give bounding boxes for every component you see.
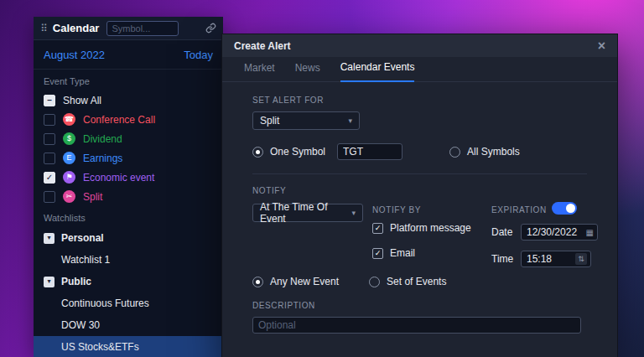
set-of-events-label: Set of Events xyxy=(387,276,446,287)
all-symbols-radio[interactable] xyxy=(449,147,460,158)
watchlist-group-public[interactable]: ▾ Public xyxy=(34,271,223,292)
chevron-down-icon[interactable]: ▾ xyxy=(44,277,55,287)
notify-section: At The Time Of Event ▾ NOTIFY BY Platfor… xyxy=(252,200,587,276)
time-input[interactable]: 15:18 ⇅ xyxy=(521,251,591,267)
all-symbols-label: All Symbols xyxy=(467,146,520,158)
email-checkbox[interactable] xyxy=(372,248,383,259)
panel-title: Calendar xyxy=(53,22,100,34)
economic-event-icon: ⚑ xyxy=(63,171,75,184)
tab-news[interactable]: News xyxy=(295,62,320,81)
desktop-background: ⠿ Calendar August 2022 Today Event Type … xyxy=(0,0,644,357)
tab-market[interactable]: Market xyxy=(244,62,275,81)
expiration-label: EXPIRATION xyxy=(491,205,547,215)
alert-type-select[interactable]: Split ▾ xyxy=(252,111,360,130)
scissors-icon: ✂ xyxy=(63,190,75,203)
email-option: Email xyxy=(372,247,415,259)
month-row: August 2022 Today xyxy=(34,40,223,70)
tab-calendar-events[interactable]: Calendar Events xyxy=(340,61,415,82)
close-icon[interactable]: × xyxy=(598,39,605,53)
alert-type-value: Split xyxy=(260,115,279,127)
date-label: Date xyxy=(491,226,521,238)
description-label: DESCRIPTION xyxy=(252,301,587,310)
dialog-body: SET ALERT FOR Split ▾ One Symbol All Sym… xyxy=(222,82,617,334)
one-symbol-radio[interactable] xyxy=(252,147,263,158)
drag-handle-icon[interactable]: ⠿ xyxy=(40,23,48,34)
platform-message-option: Platform message xyxy=(372,222,471,234)
event-type-label: Conference Call xyxy=(83,114,155,126)
watchlists-section-label: Watchlists xyxy=(34,206,223,227)
time-row: Time 15:18 ⇅ xyxy=(491,251,591,267)
set-of-events-radio[interactable] xyxy=(369,277,380,287)
symbol-search-input[interactable] xyxy=(106,21,179,36)
dialog-title: Create Alert xyxy=(234,40,291,52)
watchlist-label: DOW 30 xyxy=(61,319,100,331)
earnings-icon: E xyxy=(63,152,75,164)
watchlist-label: Continuous Futures xyxy=(61,298,149,309)
calendar-widget: ⠿ Calendar August 2022 Today Event Type … xyxy=(34,17,223,357)
event-type-label: Split xyxy=(83,191,102,203)
dialog-tabs: Market News Calendar Events xyxy=(222,57,617,82)
divider xyxy=(252,173,587,174)
one-symbol-label: One Symbol xyxy=(270,146,325,158)
today-button[interactable]: Today xyxy=(184,49,213,61)
event-type-label: Earnings xyxy=(83,153,122,164)
event-type-row: Show All xyxy=(34,91,223,110)
phone-icon: ☎ xyxy=(63,113,75,126)
platform-message-checkbox[interactable] xyxy=(372,223,383,234)
event-scope-row: Any New Event Set of Events xyxy=(252,276,587,287)
chevron-down-icon[interactable]: ▾ xyxy=(44,233,55,244)
time-stepper-icon[interactable]: ⇅ xyxy=(575,253,587,265)
date-value: 12/30/2022 xyxy=(527,226,577,238)
notify-by-label: NOTIFY BY xyxy=(372,205,421,215)
event-type-row: ⚑ Economic event xyxy=(34,168,223,187)
watchlist-item-continuous-futures[interactable]: Continuous Futures xyxy=(34,292,223,314)
earnings-checkbox[interactable] xyxy=(44,153,55,164)
symbol-scope-row: One Symbol All Symbols xyxy=(252,143,587,160)
any-new-event-radio[interactable] xyxy=(252,277,263,287)
expiration-toggle[interactable] xyxy=(552,202,577,215)
month-label[interactable]: August 2022 xyxy=(44,49,105,61)
dollar-icon: $ xyxy=(63,132,75,145)
set-alert-for-label: SET ALERT FOR xyxy=(252,96,587,105)
watchlist-item-dow-30[interactable]: DOW 30 xyxy=(34,314,223,336)
calendar-icon[interactable]: ▦ xyxy=(586,228,594,237)
notify-label: NOTIFY xyxy=(252,186,587,195)
event-type-row: $ Dividend xyxy=(34,129,223,148)
watchlist-label: US Stocks&ETFs xyxy=(61,341,139,353)
split-checkbox[interactable] xyxy=(44,191,55,203)
platform-message-label: Platform message xyxy=(390,222,471,234)
time-value: 15:18 xyxy=(527,253,552,265)
watchlist-label: Personal xyxy=(61,232,104,244)
dividend-checkbox[interactable] xyxy=(44,133,55,145)
date-input[interactable]: 12/30/2022 ▦ xyxy=(521,224,598,241)
event-type-row: ☎ Conference Call xyxy=(34,110,223,129)
link-icon[interactable] xyxy=(205,23,216,34)
watchlist-label: Public xyxy=(61,276,91,287)
economic-event-checkbox[interactable] xyxy=(44,172,55,184)
event-type-row: E Earnings xyxy=(34,148,223,168)
watchlist-item-watchlist-1[interactable]: Watchlist 1 xyxy=(34,249,223,271)
event-type-row: ✂ Split xyxy=(34,187,223,206)
time-label: Time xyxy=(491,253,521,265)
dialog-header[interactable]: Create Alert × xyxy=(222,34,617,57)
create-alert-dialog: Create Alert × Market News Calendar Even… xyxy=(221,34,618,357)
email-label: Email xyxy=(390,247,415,259)
any-new-event-label: Any New Event xyxy=(270,276,339,287)
notify-when-value: At The Time Of Event xyxy=(260,201,346,225)
event-type-list: Show All ☎ Conference Call $ Dividend E … xyxy=(34,91,223,206)
watchlist-tree: ▾ Personal Watchlist 1 ▾ Public Continuo… xyxy=(34,227,223,357)
symbol-value-input[interactable] xyxy=(337,143,402,160)
watchlist-group-personal[interactable]: ▾ Personal xyxy=(34,227,223,249)
notify-when-select[interactable]: At The Time Of Event ▾ xyxy=(252,204,363,222)
event-type-label: Economic event xyxy=(83,172,154,184)
watchlist-label: Watchlist 1 xyxy=(61,254,110,266)
chevron-down-icon: ▾ xyxy=(351,209,356,217)
show-all-checkbox[interactable] xyxy=(44,95,55,106)
chevron-down-icon: ▾ xyxy=(348,116,352,125)
date-row: Date 12/30/2022 ▦ xyxy=(491,224,598,241)
description-input[interactable] xyxy=(252,317,581,334)
event-type-label: Show All xyxy=(63,95,101,106)
calendar-widget-header: ⠿ Calendar xyxy=(34,17,223,40)
conference-call-checkbox[interactable] xyxy=(44,114,55,126)
watchlist-item-us-stocks-etfs[interactable]: US Stocks&ETFs xyxy=(34,336,223,357)
